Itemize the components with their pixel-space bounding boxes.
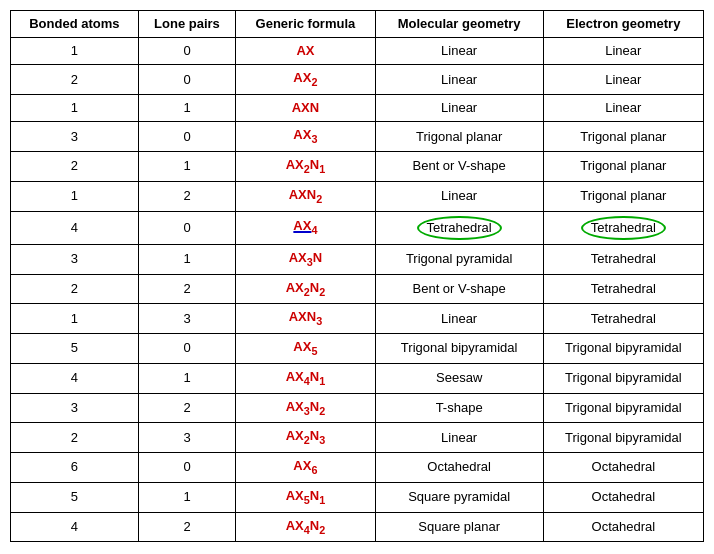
cell-formula: AX2 <box>236 65 375 95</box>
cell-molecular: Trigonal pyramidal <box>375 244 543 274</box>
cell-bonded: 3 <box>11 393 139 423</box>
cell-formula: AX2N1 <box>236 152 375 182</box>
cell-formula: AX4 <box>236 211 375 244</box>
cell-lone: 1 <box>138 482 235 512</box>
cell-bonded: 2 <box>11 274 139 304</box>
cell-formula: AX6 <box>236 453 375 483</box>
cell-molecular: Linear <box>375 423 543 453</box>
cell-molecular: T-shape <box>375 393 543 423</box>
header-electron-geometry: Electron geometry <box>543 11 703 38</box>
table-row: 23AX2N3LinearTrigonal bipyramidal <box>11 423 704 453</box>
cell-lone: 0 <box>138 453 235 483</box>
molecular-geometry-table: Bonded atoms Lone pairs Generic formula … <box>10 10 704 542</box>
table-row: 60AX6OctahedralOctahedral <box>11 453 704 483</box>
table-row: 40AX4TetrahedralTetrahedral <box>11 211 704 244</box>
cell-molecular: Linear <box>375 38 543 65</box>
cell-molecular: Tetrahedral <box>375 211 543 244</box>
cell-molecular: Seesaw <box>375 363 543 393</box>
cell-molecular: Trigonal planar <box>375 122 543 152</box>
cell-formula: AX4N2 <box>236 512 375 542</box>
cell-lone: 1 <box>138 95 235 122</box>
cell-lone: 0 <box>138 38 235 65</box>
cell-lone: 0 <box>138 65 235 95</box>
cell-formula: AX3 <box>236 122 375 152</box>
table-row: 50AX5Trigonal bipyramidalTrigonal bipyra… <box>11 334 704 364</box>
table-row: 12AXN2LinearTrigonal planar <box>11 181 704 211</box>
cell-electron: Trigonal bipyramidal <box>543 423 703 453</box>
cell-molecular: Bent or V-shape <box>375 152 543 182</box>
cell-lone: 2 <box>138 512 235 542</box>
cell-formula: AX2N2 <box>236 274 375 304</box>
cell-molecular: Linear <box>375 304 543 334</box>
cell-molecular: Octahedral <box>375 453 543 483</box>
cell-lone: 3 <box>138 423 235 453</box>
cell-formula: AX2N3 <box>236 423 375 453</box>
cell-electron: Trigonal planar <box>543 181 703 211</box>
cell-formula: AX3N <box>236 244 375 274</box>
cell-bonded: 4 <box>11 363 139 393</box>
table-row: 21AX2N1Bent or V-shapeTrigonal planar <box>11 152 704 182</box>
cell-bonded: 3 <box>11 244 139 274</box>
cell-lone: 3 <box>138 304 235 334</box>
cell-lone: 0 <box>138 334 235 364</box>
cell-electron: Tetrahedral <box>543 244 703 274</box>
cell-molecular: Trigonal bipyramidal <box>375 334 543 364</box>
cell-molecular: Linear <box>375 95 543 122</box>
cell-lone: 1 <box>138 244 235 274</box>
cell-bonded: 3 <box>11 122 139 152</box>
cell-electron: Trigonal planar <box>543 122 703 152</box>
cell-electron: Octahedral <box>543 453 703 483</box>
cell-formula: AXN2 <box>236 181 375 211</box>
cell-formula: AX5 <box>236 334 375 364</box>
cell-bonded: 1 <box>11 95 139 122</box>
cell-lone: 2 <box>138 393 235 423</box>
cell-bonded: 4 <box>11 211 139 244</box>
cell-formula: AX5N1 <box>236 482 375 512</box>
cell-lone: 2 <box>138 181 235 211</box>
cell-lone: 2 <box>138 274 235 304</box>
cell-bonded: 1 <box>11 38 139 65</box>
cell-electron: Tetrahedral <box>543 274 703 304</box>
cell-electron: Linear <box>543 95 703 122</box>
cell-lone: 0 <box>138 211 235 244</box>
table-row: 22AX2N2Bent or V-shapeTetrahedral <box>11 274 704 304</box>
cell-bonded: 2 <box>11 65 139 95</box>
cell-formula: AXN3 <box>236 304 375 334</box>
cell-electron: Trigonal bipyramidal <box>543 393 703 423</box>
cell-bonded: 2 <box>11 423 139 453</box>
table-row: 32AX3N2T-shapeTrigonal bipyramidal <box>11 393 704 423</box>
cell-bonded: 1 <box>11 181 139 211</box>
cell-molecular: Bent or V-shape <box>375 274 543 304</box>
header-generic-formula: Generic formula <box>236 11 375 38</box>
cell-electron: Octahedral <box>543 482 703 512</box>
cell-electron: Trigonal planar <box>543 152 703 182</box>
cell-electron: Trigonal bipyramidal <box>543 363 703 393</box>
cell-bonded: 5 <box>11 334 139 364</box>
cell-electron: Trigonal bipyramidal <box>543 334 703 364</box>
cell-electron: Linear <box>543 65 703 95</box>
cell-formula: AX <box>236 38 375 65</box>
table-row: 31AX3NTrigonal pyramidalTetrahedral <box>11 244 704 274</box>
table-row: 20AX2LinearLinear <box>11 65 704 95</box>
cell-bonded: 2 <box>11 152 139 182</box>
cell-molecular: Linear <box>375 181 543 211</box>
table-row: 13AXN3LinearTetrahedral <box>11 304 704 334</box>
cell-lone: 1 <box>138 152 235 182</box>
table-row: 51AX5N1Square pyramidalOctahedral <box>11 482 704 512</box>
cell-lone: 0 <box>138 122 235 152</box>
cell-molecular: Linear <box>375 65 543 95</box>
cell-electron: Octahedral <box>543 512 703 542</box>
header-bonded-atoms: Bonded atoms <box>11 11 139 38</box>
header-lone-pairs: Lone pairs <box>138 11 235 38</box>
cell-bonded: 6 <box>11 453 139 483</box>
table-row: 30AX3Trigonal planarTrigonal planar <box>11 122 704 152</box>
cell-electron: Tetrahedral <box>543 304 703 334</box>
table-row: 10AXLinearLinear <box>11 38 704 65</box>
cell-bonded: 5 <box>11 482 139 512</box>
table-row: 42AX4N2Square planarOctahedral <box>11 512 704 542</box>
cell-bonded: 4 <box>11 512 139 542</box>
cell-molecular: Square planar <box>375 512 543 542</box>
cell-formula: AXN <box>236 95 375 122</box>
table-row: 11AXNLinearLinear <box>11 95 704 122</box>
table-row: 41AX4N1SeesawTrigonal bipyramidal <box>11 363 704 393</box>
